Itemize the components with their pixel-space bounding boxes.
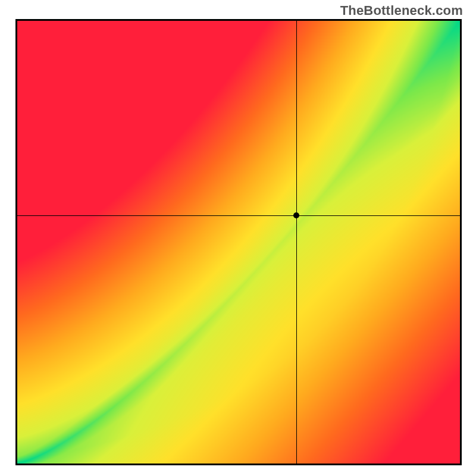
crosshair-horizontal bbox=[17, 215, 460, 216]
watermark-text: TheBottleneck.com bbox=[340, 3, 463, 18]
chart-container: TheBottleneck.com bbox=[0, 0, 476, 476]
data-point-marker bbox=[293, 212, 299, 218]
bottleneck-heatmap bbox=[17, 21, 460, 464]
crosshair-vertical bbox=[296, 21, 297, 464]
plot-frame bbox=[15, 19, 462, 465]
